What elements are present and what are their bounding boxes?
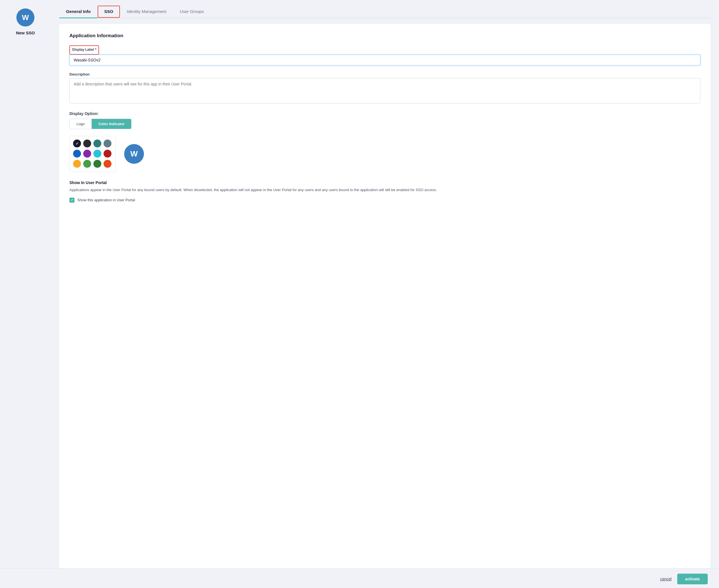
description-label: Description: [69, 72, 700, 77]
display-option-label: Display Option:: [69, 111, 700, 116]
color-dot-9[interactable]: [83, 160, 91, 168]
color-dot-2[interactable]: [94, 140, 101, 147]
tab-bar: General Info SSO Identity Management Use…: [59, 6, 711, 18]
color-dot-6[interactable]: [94, 150, 101, 158]
sidebar-avatar: W: [16, 8, 35, 26]
show-in-portal-checkbox[interactable]: [69, 197, 75, 203]
activate-button[interactable]: activate: [677, 574, 708, 584]
tab-user-groups[interactable]: User Groups: [173, 6, 211, 18]
main-content: General Info SSO Identity Management Use…: [51, 0, 719, 568]
show-in-portal-checkbox-row: Show this application in User Portal: [69, 197, 700, 203]
footer: cancel activate: [0, 568, 719, 588]
show-in-portal-title: Show In User Portal: [69, 181, 700, 185]
display-option-toggle: Logo Color Indicator: [69, 119, 132, 129]
display-label-field-group: Display Label *: [69, 45, 700, 65]
color-dot-1[interactable]: [83, 140, 91, 147]
color-indicator-toggle-btn[interactable]: Color Indicator: [92, 119, 131, 129]
description-input[interactable]: [69, 78, 700, 103]
logo-toggle-btn[interactable]: Logo: [70, 119, 92, 129]
show-in-portal-section: Show In User Portal Applications appear …: [69, 181, 700, 203]
color-grid: [69, 136, 116, 172]
description-field-group: Description: [69, 72, 700, 105]
color-dot-8[interactable]: [73, 160, 81, 168]
show-in-portal-checkbox-label: Show this application in User Portal: [77, 198, 135, 202]
color-dot-10[interactable]: [94, 160, 101, 168]
color-dot-11[interactable]: [103, 160, 112, 168]
display-label-label: Display Label *: [72, 48, 96, 51]
color-dot-0[interactable]: [73, 140, 81, 147]
color-palette-section: W: [69, 136, 700, 172]
tab-general-info[interactable]: General Info: [59, 6, 98, 18]
sidebar-app-name: New SSO: [16, 30, 35, 35]
application-info-card: Application Information Display Label * …: [59, 24, 711, 568]
cancel-button[interactable]: cancel: [660, 577, 671, 581]
display-option-group: Display Option: Logo Color Indicator: [69, 111, 700, 129]
color-dot-3[interactable]: [103, 140, 112, 147]
sidebar: W New SSO: [0, 0, 51, 568]
preview-avatar: W: [124, 144, 144, 164]
show-in-portal-description: Applications appear in the User Portal f…: [69, 187, 700, 193]
tab-sso[interactable]: SSO: [98, 6, 120, 18]
color-dot-7[interactable]: [103, 150, 112, 158]
tab-identity-management[interactable]: Identity Management: [120, 6, 173, 18]
color-dot-5[interactable]: [83, 150, 91, 158]
card-title: Application Information: [69, 33, 700, 39]
color-dot-4[interactable]: [73, 150, 81, 158]
display-label-input[interactable]: [69, 55, 700, 65]
